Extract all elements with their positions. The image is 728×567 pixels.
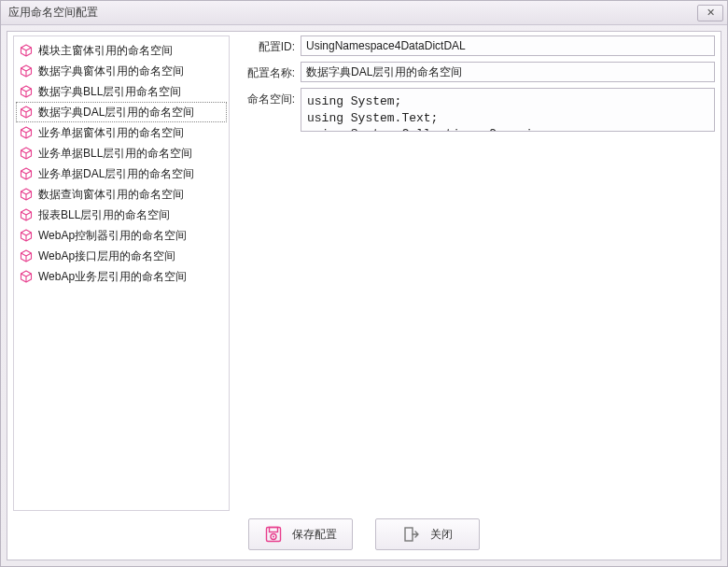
exit-icon	[402, 525, 421, 544]
save-button-label: 保存配置	[292, 527, 337, 543]
input-config-id[interactable]	[301, 35, 715, 56]
label-config-name: 配置名称:	[239, 62, 295, 81]
cube-icon	[20, 126, 33, 139]
label-namespace: 命名空间:	[239, 88, 295, 107]
list-item-label: 数据字典BLL层引用命名空间	[38, 84, 181, 100]
label-config-id: 配置ID:	[239, 35, 295, 55]
cube-icon	[20, 64, 33, 78]
cube-icon	[20, 188, 33, 201]
list-item[interactable]: 数据查询窗体引用的命名空间	[16, 184, 227, 205]
button-bar: 保存配置 关闭	[13, 511, 715, 554]
list-item-label: 模块主窗体引用的命名空间	[38, 43, 173, 59]
columns: 模块主窗体引用的命名空间数据字典窗体引用的命名空间数据字典BLL层引用命名空间数…	[13, 35, 715, 511]
svg-rect-1	[270, 528, 278, 532]
cube-icon	[20, 249, 33, 262]
list-item-label: 业务单据BLL层引用的命名空间	[38, 146, 192, 162]
list-item[interactable]: 报表BLL层引用的命名空间	[16, 205, 227, 225]
list-item-label: WebAp控制器引用的命名空间	[38, 228, 187, 244]
row-config-id: 配置ID:	[239, 35, 715, 56]
detail-form: 配置ID: 配置名称: 命名空间:	[239, 35, 715, 511]
textarea-namespace[interactable]	[301, 88, 715, 132]
list-item[interactable]: 数据字典DAL层引用的命名空间	[16, 102, 227, 122]
cube-icon	[20, 85, 33, 98]
titlebar: 应用命名空间配置 ✕	[1, 1, 727, 25]
list-item[interactable]: 业务单据DAL层引用的命名空间	[16, 163, 227, 184]
list-item[interactable]: WebAp业务层引用的命名空间	[16, 266, 227, 287]
dialog-window: 应用命名空间配置 ✕ 模块主窗体引用的命名空间数据字典窗体引用的命名空间数据字典…	[0, 0, 728, 567]
svg-rect-4	[405, 528, 413, 541]
list-item-label: 数据查询窗体引用的命名空间	[38, 187, 184, 203]
list-item[interactable]: 数据字典窗体引用的命名空间	[16, 61, 227, 81]
close-button[interactable]: 关闭	[375, 518, 480, 550]
cube-icon	[20, 147, 33, 160]
list-item[interactable]: 数据字典BLL层引用命名空间	[16, 81, 227, 102]
content-panel: 模块主窗体引用的命名空间数据字典窗体引用的命名空间数据字典BLL层引用命名空间数…	[7, 31, 721, 560]
namespace-list[interactable]: 模块主窗体引用的命名空间数据字典窗体引用的命名空间数据字典BLL层引用命名空间数…	[13, 35, 230, 511]
list-item-label: WebAp接口层用的命名空间	[38, 248, 175, 264]
row-namespace: 命名空间:	[239, 88, 715, 511]
cube-icon	[20, 167, 33, 180]
list-item[interactable]: WebAp控制器引用的命名空间	[16, 225, 227, 246]
row-config-name: 配置名称:	[239, 62, 715, 82]
list-item-label: 业务单据DAL层引用的命名空间	[38, 166, 194, 182]
list-item-label: 业务单据窗体引用的命名空间	[38, 125, 184, 141]
dialog-body: 模块主窗体引用的命名空间数据字典窗体引用的命名空间数据字典BLL层引用命名空间数…	[1, 25, 727, 566]
cube-icon	[20, 44, 33, 57]
window-close-button[interactable]: ✕	[697, 5, 723, 21]
cube-icon	[20, 229, 33, 242]
input-config-name[interactable]	[301, 62, 715, 82]
list-item-label: 数据字典DAL层引用的命名空间	[38, 105, 194, 120]
list-item[interactable]: 模块主窗体引用的命名空间	[16, 40, 227, 61]
cube-icon	[20, 106, 33, 119]
list-item-label: WebAp业务层引用的命名空间	[38, 269, 187, 285]
list-item-label: 报表BLL层引用的命名空间	[38, 207, 170, 223]
close-button-label: 关闭	[430, 527, 453, 543]
list-item[interactable]: WebAp接口层用的命名空间	[16, 246, 227, 266]
svg-point-3	[273, 536, 274, 538]
save-icon	[264, 525, 283, 544]
list-item[interactable]: 业务单据窗体引用的命名空间	[16, 122, 227, 143]
list-item-label: 数据字典窗体引用的命名空间	[38, 64, 184, 79]
save-button[interactable]: 保存配置	[248, 518, 353, 550]
cube-icon	[20, 270, 33, 283]
cube-icon	[20, 208, 33, 221]
close-icon: ✕	[707, 7, 715, 19]
list-item[interactable]: 业务单据BLL层引用的命名空间	[16, 143, 227, 163]
window-title: 应用命名空间配置	[8, 5, 697, 21]
